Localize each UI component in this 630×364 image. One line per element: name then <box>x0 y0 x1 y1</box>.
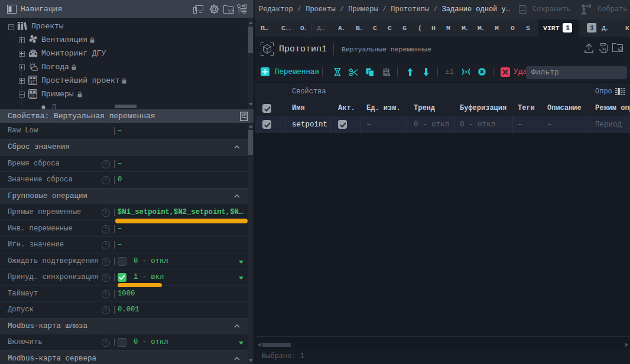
svg-text:3i: 3i <box>30 95 35 99</box>
svg-text:3i: 3i <box>30 81 35 85</box>
